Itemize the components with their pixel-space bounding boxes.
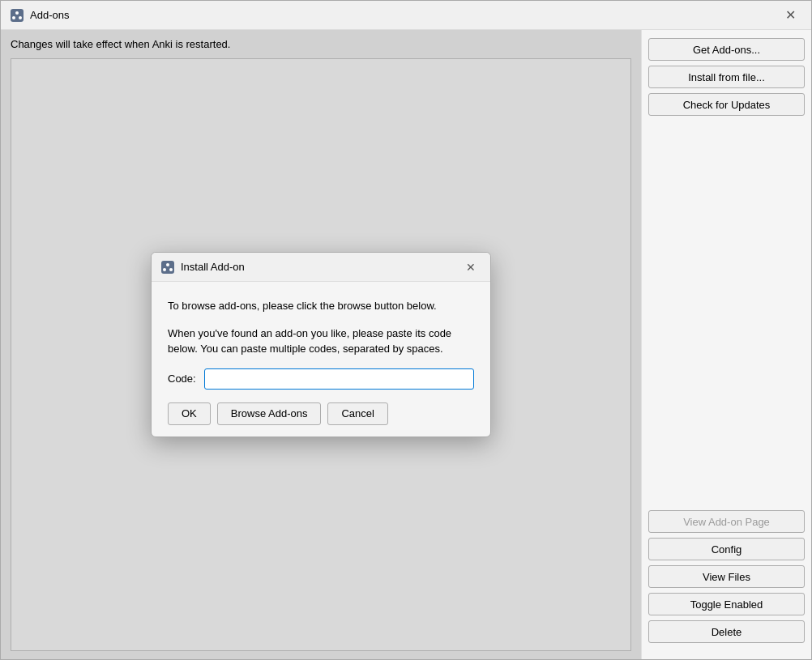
modal-title-text: Install Add-on bbox=[181, 261, 245, 273]
title-bar-left: Add-ons bbox=[11, 9, 69, 22]
svg-point-3 bbox=[19, 16, 22, 19]
install-addon-dialog: Install Add-on ✕ To browse add-ons, plea… bbox=[151, 252, 491, 437]
modal-buttons: OK Browse Add-ons Cancel bbox=[168, 402, 474, 425]
modal-title-left: Install Add-on bbox=[161, 261, 245, 274]
window-title: Add-ons bbox=[30, 9, 69, 21]
cancel-button[interactable]: Cancel bbox=[327, 402, 387, 425]
right-panel-bottom: View Add-on Page Config View Files Toggl… bbox=[648, 510, 805, 651]
modal-paragraph2: When you've found an add-on you like, pl… bbox=[168, 326, 474, 357]
browse-addons-button[interactable]: Browse Add-ons bbox=[217, 402, 322, 425]
svg-rect-0 bbox=[11, 9, 24, 22]
svg-point-6 bbox=[163, 268, 166, 271]
modal-title-bar: Install Add-on ✕ bbox=[152, 253, 490, 282]
ok-button[interactable]: OK bbox=[168, 402, 211, 425]
view-files-button[interactable]: View Files bbox=[648, 565, 805, 588]
get-addons-button[interactable]: Get Add-ons... bbox=[648, 38, 805, 61]
code-label: Code: bbox=[168, 373, 196, 385]
modal-paragraph1: To browse add-ons, please click the brow… bbox=[168, 298, 474, 314]
main-content: Changes will take effect when Anki is re… bbox=[1, 30, 811, 659]
right-panel: Get Add-ons... Install from file... Chec… bbox=[641, 30, 811, 659]
toggle-enabled-button[interactable]: Toggle Enabled bbox=[648, 593, 805, 615]
svg-point-1 bbox=[15, 11, 19, 15]
delete-button[interactable]: Delete bbox=[648, 620, 805, 643]
check-for-updates-button[interactable]: Check for Updates bbox=[648, 93, 805, 116]
svg-point-5 bbox=[166, 263, 169, 266]
anki-logo-icon bbox=[11, 9, 24, 22]
right-panel-top: Get Add-ons... Install from file... Chec… bbox=[648, 38, 805, 116]
main-window: Add-ons ✕ Changes will take effect when … bbox=[0, 0, 812, 660]
title-bar: Add-ons ✕ bbox=[1, 1, 811, 30]
modal-overlay: Install Add-on ✕ To browse add-ons, plea… bbox=[1, 30, 641, 659]
modal-body: To browse add-ons, please click the brow… bbox=[152, 282, 490, 436]
left-panel: Changes will take effect when Anki is re… bbox=[1, 30, 641, 659]
code-row: Code: bbox=[168, 368, 474, 390]
right-panel-spacer bbox=[648, 121, 805, 505]
svg-point-7 bbox=[169, 268, 173, 271]
config-button[interactable]: Config bbox=[648, 538, 805, 560]
code-input[interactable] bbox=[204, 368, 474, 390]
window-close-button[interactable]: ✕ bbox=[779, 4, 801, 27]
modal-anki-icon bbox=[161, 261, 174, 274]
svg-rect-4 bbox=[161, 261, 174, 274]
view-addon-page-button[interactable]: View Add-on Page bbox=[648, 510, 805, 533]
install-from-file-button[interactable]: Install from file... bbox=[648, 66, 805, 88]
svg-point-2 bbox=[12, 16, 15, 19]
modal-close-button[interactable]: ✕ bbox=[461, 258, 481, 277]
